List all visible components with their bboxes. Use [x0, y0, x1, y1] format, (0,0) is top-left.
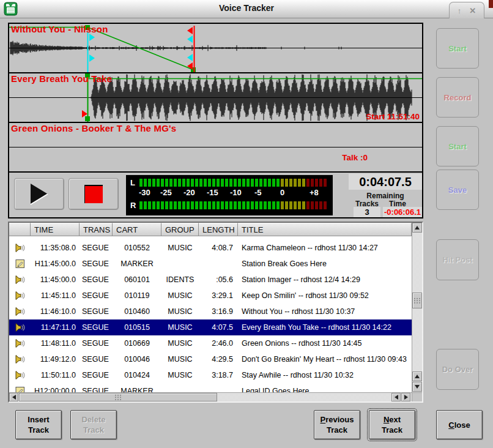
- column-header-time[interactable]: TIME: [31, 223, 80, 236]
- meter-segment: [212, 179, 215, 187]
- meter-segment: [251, 179, 254, 187]
- meter-segment: [161, 201, 164, 209]
- log-table-header: TIMETRANSCARTGROUPLENGTHTITLE: [9, 223, 412, 236]
- log-row[interactable]: H11:45:00.0SEGUEMARKERStation Break Goes…: [9, 256, 412, 272]
- column-header-icon[interactable]: [9, 223, 31, 236]
- log-cell-cart: 010669: [113, 339, 161, 348]
- hit-post-button[interactable]: Hit Post: [436, 239, 479, 280]
- log-cell-time: 11:50:11.0: [31, 371, 80, 379]
- log-cell-title: Every Breath You Take -- rdhost 11/30 14…: [238, 323, 412, 332]
- log-cell-icon: [9, 370, 31, 380]
- log-cell-cart: 060101: [113, 275, 161, 284]
- column-header-group[interactable]: GROUP: [161, 223, 199, 236]
- start-button-1[interactable]: Start: [436, 28, 479, 69]
- vertical-scrollbar[interactable]: [412, 223, 422, 392]
- meter-segment: [144, 179, 147, 187]
- column-header-cart[interactable]: CART: [113, 223, 161, 236]
- column-header-length[interactable]: LENGTH: [199, 223, 238, 236]
- track-2[interactable]: Every Breath You Take Start 11:51:40: [9, 73, 422, 122]
- meter-segment: [298, 179, 301, 187]
- scroll-left-button[interactable]: [9, 393, 18, 401]
- log-row[interactable]: 11:46:10.0SEGUE010460MUSIC3:16.9Without …: [9, 304, 412, 319]
- log-cell-length: 3:18.7: [199, 371, 238, 379]
- meter-segment: [319, 179, 322, 187]
- log-cell-cart: 010046: [113, 355, 161, 364]
- stop-button[interactable]: [69, 178, 119, 210]
- horizontal-scroll-thumb[interactable]: [19, 393, 217, 401]
- marker-icon: [15, 386, 25, 392]
- record-button[interactable]: Record: [436, 77, 479, 118]
- meter-segment: [272, 201, 275, 209]
- scroll-up-button-2[interactable]: [412, 371, 422, 381]
- meter-segment: [208, 201, 211, 209]
- track-2-start-time: Start 11:51:40: [366, 112, 420, 121]
- delete-track-button[interactable]: DeleteTrack: [70, 410, 117, 439]
- meter-scale: -30-25-20-15-10-50+8: [126, 188, 333, 198]
- meter-segment: [182, 201, 185, 209]
- meter-segment: [289, 201, 292, 209]
- meter-segment: [255, 201, 258, 209]
- meter-segment: [144, 201, 147, 209]
- log-row[interactable]: 11:49:12.0SEGUE010046MUSIC4:29.5Don't Go…: [9, 351, 412, 367]
- column-header-title[interactable]: TITLE: [238, 223, 412, 236]
- log-cell-length: 2:46.0: [199, 339, 238, 348]
- vertical-scroll-thumb[interactable]: [412, 293, 422, 308]
- log-row[interactable]: 11:35:08.0SEGUE010552MUSIC4:08.7Karma Ch…: [9, 240, 412, 256]
- track-3[interactable]: Green Onions - Booker T & The MG's Talk …: [9, 123, 422, 171]
- meter-segment: [302, 201, 305, 209]
- column-header-trans[interactable]: TRANS: [80, 223, 113, 236]
- meter-segment: [281, 179, 284, 187]
- log-row[interactable]: H12:00:00.0SEGUEMARKERLegal ID Goes Here: [9, 383, 412, 392]
- meter-segment: [242, 179, 245, 187]
- waveform-panel: Without You - Nilsson Every Breath You T…: [8, 23, 423, 218]
- log-cell-title: Don't Go Breakin' My Heart -- rdhost 11/…: [238, 355, 412, 364]
- meter-segment: [161, 179, 164, 187]
- log-cell-time: 11:46:10.0: [31, 307, 80, 316]
- scroll-up-button[interactable]: [412, 223, 422, 233]
- log-cell-time: H11:45:00.0: [31, 259, 80, 268]
- horizontal-scrollbar[interactable]: [9, 392, 412, 401]
- meter-segment: [199, 201, 202, 209]
- previous-track-button-label2: Track: [327, 425, 347, 435]
- log-row[interactable]: 11:50:11.0SEGUE010424MUSIC3:18.7Stay Awh…: [9, 367, 412, 383]
- meter-segment: [169, 201, 172, 209]
- log-cell-title: Legal ID Goes Here: [238, 387, 412, 392]
- insert-track-button[interactable]: InsertTrack: [15, 410, 62, 439]
- meter-segment: [238, 201, 241, 209]
- meter-segment: [251, 201, 254, 209]
- log-cell-group: MUSIC: [161, 355, 199, 364]
- close-button[interactable]: Close: [436, 410, 483, 439]
- shade-button[interactable]: ↑: [458, 7, 462, 15]
- do-over-button[interactable]: Do Over: [436, 349, 479, 390]
- log-cell-title: Stay Awhile -- rdhost 11/30 10:32: [238, 371, 412, 379]
- log-row[interactable]: 11:45:00.0SEGUE060101IDENTS:05.6Station …: [9, 272, 412, 288]
- stop-icon: [84, 185, 103, 203]
- track-1[interactable]: Without You - Nilsson: [9, 24, 422, 72]
- log-cell-icon: [9, 307, 31, 316]
- start-button-2[interactable]: Start: [436, 126, 479, 166]
- next-track-button[interactable]: NextTrack: [369, 410, 415, 439]
- log-cell-title: Karma Chameleon -- rdhost 11/30 14:27: [238, 244, 412, 252]
- scroll-left-button-2[interactable]: [391, 393, 401, 401]
- previous-track-button[interactable]: PreviousTrack: [314, 410, 360, 439]
- meter-segment: [285, 179, 288, 187]
- meter-segment: [319, 201, 322, 209]
- log-cell-trans: SEGUE: [80, 339, 113, 348]
- log-row[interactable]: 11:45:11.0SEGUE010119MUSIC3:29.1Keep On …: [9, 288, 412, 304]
- close-window-button[interactable]: ✕: [469, 7, 476, 15]
- remaining-label: Remaining: [349, 192, 422, 200]
- scroll-down-button[interactable]: [412, 382, 422, 392]
- log-row[interactable]: 11:48:11.0SEGUE010669MUSIC2:46.0Green On…: [9, 335, 412, 351]
- meter-segment: [182, 179, 185, 187]
- log-cell-length: 3:29.1: [199, 291, 238, 300]
- log-cell-time: 11:35:08.0: [31, 244, 80, 252]
- meter-scale-label: -30: [139, 188, 150, 197]
- track-1-title: Without You - Nilsson: [11, 24, 108, 34]
- scroll-right-button[interactable]: [401, 393, 410, 401]
- log-row[interactable]: 11:47:11.0SEGUE010515MUSIC4:07.5Every Br…: [9, 319, 412, 335]
- titlebar[interactable]: Voice Tracker ↑ ✕: [0, 0, 493, 18]
- audio-level-meter: L -30-25-20-15-10-50+8 R: [126, 175, 333, 215]
- play-button[interactable]: [14, 178, 64, 210]
- save-button[interactable]: Save: [436, 170, 479, 210]
- meter-segment: [148, 179, 151, 187]
